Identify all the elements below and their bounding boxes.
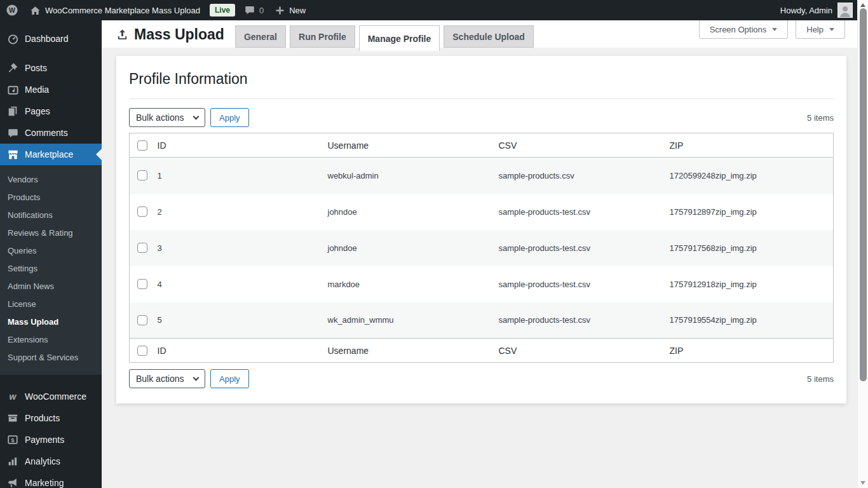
row-checkbox[interactable] (137, 279, 147, 289)
comments-shortcut[interactable]: 0 (239, 0, 269, 20)
svg-text:w: w (10, 391, 17, 402)
apply-button[interactable]: Apply (210, 108, 249, 127)
scrollbar-thumb[interactable] (860, 8, 867, 381)
tab-manage-profile[interactable]: Manage Profile (359, 25, 440, 51)
account-menu[interactable]: Howdy, Admin (780, 0, 868, 20)
cell-id: 5 (158, 302, 328, 339)
marketplace-submenu: VendorsProductsNotificationsReviews & Ra… (0, 165, 102, 375)
screen-options-button[interactable]: Screen Options (699, 20, 789, 39)
comments-count: 0 (259, 6, 264, 15)
bulk-actions-select[interactable]: Bulk actions (129, 108, 205, 127)
column-header-id: ID (158, 133, 328, 158)
profile-information-card: Profile Information Bulk actions Apply 5… (116, 56, 846, 403)
cell-id: 1 (158, 158, 328, 194)
table-row: 1webkul-adminsample-products.csv17205992… (130, 158, 834, 194)
row-checkbox[interactable] (137, 315, 147, 325)
wordpress-logo-icon: W (6, 4, 18, 17)
cell-csv: sample-products-test.csv (499, 302, 670, 339)
home-icon (30, 5, 41, 16)
submenu-item-extensions[interactable]: Extensions (0, 330, 102, 348)
column-header-username: Username (328, 133, 499, 158)
table-row: 4markdoesample-products-test.csv17579129… (130, 266, 834, 302)
submenu-item-support-services[interactable]: Support & Services (0, 348, 102, 366)
tab-schedule-upload[interactable]: Schedule Upload (444, 25, 534, 48)
menu-separator (0, 50, 102, 57)
payments-icon: $ (6, 434, 19, 445)
svg-text:W: W (9, 6, 15, 14)
column-header-csv: CSV (499, 133, 670, 158)
sidebar-item-marketing[interactable]: Marketing (0, 472, 102, 488)
items-count: 5 items (807, 113, 834, 123)
sidebar-item-media[interactable]: Media (0, 79, 102, 100)
plus-icon (275, 6, 285, 15)
sidebar-item-analytics[interactable]: Analytics (0, 451, 102, 472)
sidebar-item-products[interactable]: Products (0, 407, 102, 429)
submenu-item-reviews-rating[interactable]: Reviews & Rating (0, 224, 102, 241)
sidebar-item-marketplace[interactable]: Marketplace (0, 144, 102, 165)
help-button[interactable]: Help (796, 20, 845, 39)
cell-csv: sample-products-test.csv (499, 230, 670, 266)
submenu-item-notifications[interactable]: Notifications (0, 206, 102, 224)
upload-icon (116, 29, 128, 41)
tab-run-profile[interactable]: Run Profile (290, 25, 355, 48)
sidebar-item-dashboard[interactable]: Dashboard (0, 28, 102, 50)
sidebar-item-label: Media (25, 85, 49, 95)
cell-username: webkul-admin (328, 158, 499, 194)
cell-zip: 1757919554zip_img.zip (670, 302, 834, 339)
pages-icon (6, 105, 19, 117)
bulk-actions-select-bottom[interactable]: Bulk actions (129, 369, 205, 388)
scrollbar-up-arrow[interactable] (860, 3, 865, 7)
cell-zip: 1757912897zip_img.zip (670, 194, 834, 230)
cell-id: 2 (158, 194, 328, 230)
submenu-item-mass-upload[interactable]: Mass Upload (0, 313, 102, 330)
submenu-item-settings[interactable]: Settings (0, 259, 102, 277)
apply-button-bottom[interactable]: Apply (210, 369, 249, 388)
sidebar-item-pages[interactable]: Pages (0, 100, 102, 122)
sidebar-item-payments[interactable]: $ Payments (0, 429, 102, 451)
main-content: Mass Upload GeneralRun ProfileManage Pro… (102, 20, 868, 488)
sidebar-item-woocommerce[interactable]: w WooCommerce (0, 386, 102, 407)
tab-general[interactable]: General (235, 25, 286, 48)
help-label: Help (806, 25, 824, 34)
comment-bubble-icon (245, 5, 255, 15)
cell-username: johndoe (328, 194, 499, 230)
submenu-item-queries[interactable]: Queries (0, 241, 102, 259)
cell-id: 3 (158, 230, 328, 266)
submenu-item-admin-news[interactable]: Admin News (0, 277, 102, 295)
column-header-zip: ZIP (670, 339, 834, 363)
sidebar-item-label: Posts (25, 63, 47, 73)
submenu-item-products[interactable]: Products (0, 188, 102, 206)
row-checkbox[interactable] (137, 170, 147, 180)
new-content-menu[interactable]: New (269, 0, 311, 20)
chevron-down-icon (829, 28, 834, 31)
column-header-zip: ZIP (670, 133, 834, 158)
select-all-checkbox-top[interactable] (137, 140, 147, 151)
admin-bar: W WooCommerce Marketplace Mass Upload Li… (0, 0, 868, 20)
table-row: 5wk_admin_wmmusample-products-test.csv17… (130, 302, 834, 339)
menu-separator (0, 375, 102, 386)
site-link[interactable]: WooCommerce Marketplace Mass Upload (24, 0, 206, 20)
sidebar-item-label: Comments (25, 128, 68, 138)
row-checkbox[interactable] (137, 243, 147, 253)
wordpress-logo-menu[interactable]: W (0, 0, 24, 20)
store-icon (6, 149, 19, 161)
submenu-item-license[interactable]: License (0, 295, 102, 313)
toolbar-bottom: Bulk actions Apply 5 items (129, 369, 834, 388)
cell-username: johndoe (328, 230, 499, 266)
cell-zip: 1720599248zip_img.zip (670, 158, 834, 194)
sidebar-item-label: Pages (25, 106, 50, 116)
sidebar-item-label: Payments (25, 435, 64, 445)
sidebar-item-posts[interactable]: Posts (0, 57, 102, 79)
page-scrollbar (857, 0, 868, 488)
page-title-text: Mass Upload (134, 26, 224, 43)
submenu-item-vendors[interactable]: Vendors (0, 170, 102, 188)
admin-sidebar: Dashboard Posts Media Pages Comments (0, 20, 102, 488)
select-all-checkbox-bottom[interactable] (137, 346, 147, 356)
sidebar-item-label: WooCommerce (25, 391, 86, 402)
sidebar-item-comments[interactable]: Comments (0, 122, 102, 144)
cell-csv: sample-products-test.csv (499, 194, 670, 230)
megaphone-icon (6, 477, 19, 488)
new-label: New (289, 6, 306, 15)
scrollbar-down-arrow[interactable] (860, 481, 865, 485)
row-checkbox[interactable] (137, 207, 147, 217)
